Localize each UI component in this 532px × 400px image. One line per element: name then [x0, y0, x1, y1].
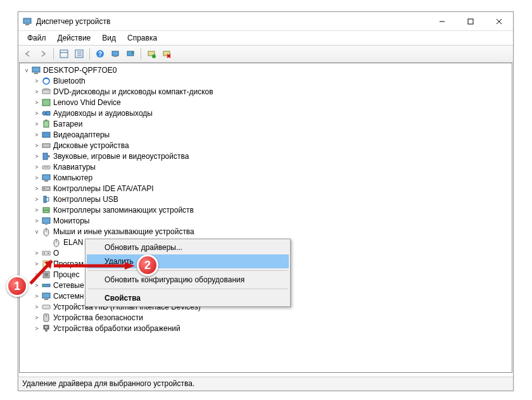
tree-root[interactable]: v DESKTOP-QPF7OE0	[22, 65, 509, 75]
tree-category[interactable]: > Видеоадаптеры	[22, 129, 509, 140]
svg-rect-27	[42, 99, 50, 106]
svg-rect-0	[23, 18, 31, 23]
device-tree[interactable]: v DESKTOP-QPF7OE0 > Bluetooth > DVD-диск…	[19, 63, 512, 373]
maximize-icon	[467, 18, 474, 25]
expand-icon[interactable]: >	[32, 325, 41, 332]
arrow-right-icon	[39, 49, 48, 58]
svg-rect-22	[32, 67, 40, 72]
menu-help[interactable]: Справка	[122, 32, 162, 44]
svg-rect-66	[45, 329, 48, 332]
toolbar-help-button[interactable]: ?	[93, 47, 107, 61]
expand-icon[interactable]: >	[32, 153, 41, 159]
maximize-button[interactable]	[456, 12, 484, 30]
expand-icon[interactable]: >	[32, 78, 41, 84]
device-icon	[41, 97, 51, 108]
svg-point-63	[46, 315, 47, 316]
svg-rect-39	[44, 180, 48, 182]
toolbar-enable-button[interactable]	[144, 47, 158, 61]
computer-icon	[31, 65, 41, 75]
tree-category-mice[interactable]: v Мыши и иные указывающие устройства	[22, 226, 509, 237]
tree-item-label: Устройства безопасности	[53, 313, 143, 322]
tree-category[interactable]: > Контроллеры IDE ATA/ATAPI	[22, 183, 509, 194]
expand-icon[interactable]: >	[32, 207, 41, 213]
svg-rect-45	[42, 218, 50, 223]
tree-item-label: Контроллеры запоминающих устройств	[53, 206, 194, 215]
toolbar-details-button[interactable]	[57, 47, 71, 61]
minimize-button[interactable]	[428, 12, 456, 30]
tree-category[interactable]: > Батареи	[22, 118, 509, 129]
expand-icon[interactable]: >	[32, 99, 41, 106]
menubar: Файл Действие Вид Справка	[18, 31, 513, 45]
svg-rect-34	[43, 153, 48, 159]
toolbar-list-button[interactable]	[72, 47, 86, 61]
svg-rect-29	[46, 111, 50, 115]
titlebar: Диспетчер устройств	[18, 12, 513, 31]
list-icon	[75, 49, 84, 58]
expand-icon[interactable]: >	[32, 175, 41, 181]
context-menu: Обновить драйверы... Удалить Обновить ко…	[85, 239, 291, 307]
expand-icon[interactable]: >	[32, 110, 41, 116]
tree-category[interactable]: > Bluetooth	[22, 75, 509, 86]
tree-category[interactable]: > Дисковые устройства	[22, 140, 509, 151]
svg-rect-46	[45, 224, 48, 225]
tree-category[interactable]: > Lenovo Vhid Device	[22, 97, 509, 108]
device-icon	[41, 87, 51, 97]
tree-item-label: DVD-дисководы и дисководы компакт-дисков	[53, 87, 213, 96]
toolbar-update-button[interactable]	[124, 47, 137, 61]
toolbar-back-button[interactable]	[21, 47, 35, 61]
expand-icon[interactable]: >	[32, 164, 41, 170]
tree-category[interactable]: > Аудиовходы и аудиовыходы	[22, 108, 509, 118]
toolbar-forward-button[interactable]	[36, 47, 50, 61]
menu-file[interactable]: Файл	[22, 32, 51, 44]
tree-item-label: Системн	[53, 292, 84, 301]
tree-category[interactable]: > Клавиатуры	[22, 161, 509, 172]
tree-category[interactable]: > Компьютер	[22, 172, 509, 183]
tree-item-label: Устройства обработки изображений	[53, 324, 180, 333]
mouse-icon	[41, 227, 51, 237]
device-icon	[41, 302, 51, 312]
toolbar-scan-button[interactable]	[108, 47, 122, 61]
uninstall-icon	[162, 49, 171, 58]
annotation-arrow-1	[27, 253, 65, 288]
tree-item-label: Батареи	[53, 120, 82, 128]
svg-rect-15	[113, 56, 117, 57]
svg-rect-14	[112, 51, 118, 56]
context-scan-hardware[interactable]: Обновить конфигурацию оборудования	[87, 273, 289, 287]
device-icon	[41, 162, 51, 172]
svg-rect-1	[25, 24, 29, 25]
collapse-icon[interactable]: v	[22, 67, 31, 73]
svg-rect-60	[44, 299, 48, 300]
expand-icon[interactable]: >	[32, 132, 41, 138]
tree-category[interactable]: > Устройства безопасности	[22, 312, 509, 323]
tree-category[interactable]: > Мониторы	[22, 215, 509, 226]
tree-category[interactable]: > Устройства обработки изображений	[22, 323, 509, 334]
expand-icon[interactable]: >	[32, 218, 41, 224]
svg-rect-32	[42, 132, 50, 137]
collapse-icon[interactable]: v	[32, 228, 41, 235]
expand-icon[interactable]: >	[32, 293, 41, 299]
close-button[interactable]	[484, 12, 513, 30]
tree-category[interactable]: > Звуковые, игровые и видеоустройства	[22, 151, 509, 161]
expand-icon[interactable]: >	[32, 89, 41, 95]
tree-item-label: Звуковые, игровые и видеоустройства	[53, 152, 189, 161]
context-update-drivers[interactable]: Обновить драйверы...	[87, 241, 289, 254]
expand-icon[interactable]: >	[32, 196, 41, 203]
svg-rect-26	[42, 90, 50, 94]
svg-rect-6	[60, 50, 68, 58]
tree-category[interactable]: > Контроллеры запоминающих устройств	[22, 204, 509, 215]
tree-item-label: Мониторы	[53, 216, 89, 225]
menu-action[interactable]: Действие	[53, 32, 96, 44]
expand-icon[interactable]: >	[32, 315, 41, 321]
tree-category[interactable]: > Контроллеры USB	[22, 194, 509, 204]
device-icon	[41, 151, 51, 161]
menu-view[interactable]: Вид	[97, 32, 121, 44]
context-properties[interactable]: Свойства	[87, 291, 289, 305]
expand-icon[interactable]: >	[32, 121, 41, 127]
toolbar-uninstall-button[interactable]	[160, 47, 174, 61]
expand-icon[interactable]: >	[32, 142, 41, 149]
tree-category[interactable]: > DVD-дисководы и дисководы компакт-диск…	[22, 86, 509, 97]
expand-icon[interactable]: >	[32, 185, 41, 192]
tree-item-label: Контроллеры IDE ATA/ATAPI	[53, 184, 154, 193]
expand-icon[interactable]: >	[32, 304, 41, 310]
status-text: Удаление драйвера для выбранного устройс…	[22, 379, 194, 388]
